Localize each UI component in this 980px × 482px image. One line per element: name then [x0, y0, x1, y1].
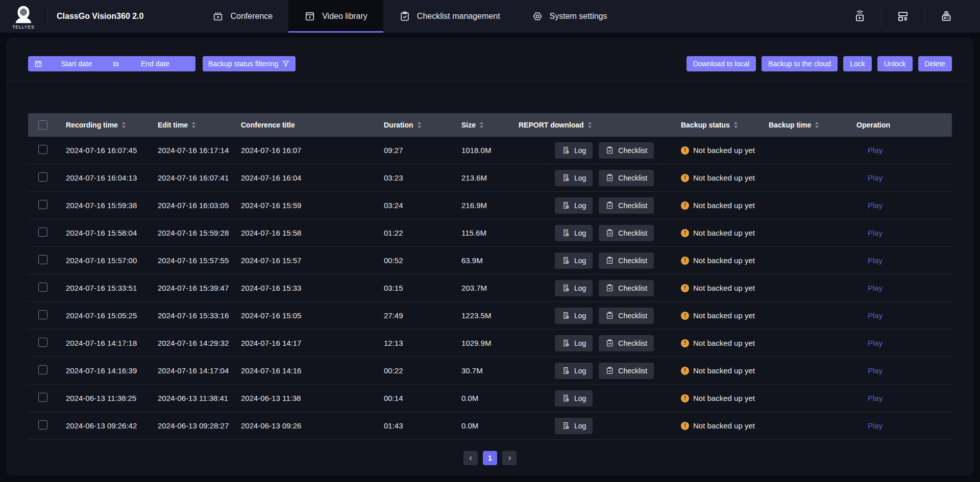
- col-recording-time[interactable]: Recording time: [54, 121, 145, 129]
- sort-icon[interactable]: [121, 121, 126, 129]
- col-backup-time[interactable]: Backup time: [756, 121, 844, 129]
- unlock-button[interactable]: Unlock: [877, 56, 913, 71]
- log-button[interactable]: Log: [555, 308, 593, 324]
- play-link[interactable]: Play: [868, 256, 883, 265]
- log-button[interactable]: Log: [555, 363, 593, 379]
- sort-icon[interactable]: [587, 121, 592, 129]
- cell-recording-time: 2024-06-13 11:38:25: [54, 394, 145, 402]
- log-button[interactable]: Log: [555, 390, 593, 407]
- col-duration[interactable]: Duration: [372, 121, 449, 129]
- download-to-local-button[interactable]: Download to local: [687, 56, 756, 71]
- checklist-button[interactable]: Checklist: [599, 308, 654, 324]
- tab-label: Video library: [322, 12, 368, 21]
- backup-status-text: Not backed up yet: [693, 201, 755, 210]
- checklist-button[interactable]: Checklist: [599, 225, 654, 241]
- row-checkbox[interactable]: [38, 338, 47, 347]
- log-button-label: Log: [574, 394, 586, 402]
- row-checkbox[interactable]: [38, 365, 47, 374]
- log-icon: [561, 366, 570, 375]
- tab-system-settings[interactable]: System settings: [516, 0, 623, 33]
- row-checkbox[interactable]: [38, 200, 47, 209]
- checklist-button[interactable]: Checklist: [599, 197, 654, 214]
- row-checkbox[interactable]: [38, 145, 47, 154]
- cell-report-download: Log: [506, 390, 669, 407]
- date-range-picker[interactable]: Start date to End date: [28, 56, 195, 71]
- checklist-button[interactable]: Checklist: [599, 142, 654, 159]
- log-button[interactable]: Log: [555, 280, 593, 296]
- warning-icon: !: [681, 312, 689, 320]
- cell-report-download: Log: [506, 418, 669, 434]
- recorder-device-icon[interactable]: [925, 10, 968, 23]
- checklist-button[interactable]: Checklist: [599, 280, 654, 296]
- col-backup-status[interactable]: Backup status: [669, 121, 756, 129]
- table-row: 2024-07-16 15:57:00 2024-07-16 15:57:55 …: [28, 247, 952, 274]
- play-link[interactable]: Play: [868, 229, 883, 237]
- backup-status-filter-button[interactable]: Backup status filtering: [203, 56, 296, 71]
- cell-size: 203.7M: [449, 284, 506, 292]
- tab-checklist-management[interactable]: Checklist management: [383, 0, 516, 33]
- row-checkbox[interactable]: [38, 227, 47, 237]
- row-checkbox[interactable]: [38, 255, 47, 264]
- checklist-button[interactable]: Checklist: [599, 363, 654, 379]
- cell-duration: 00:22: [372, 366, 449, 375]
- log-button[interactable]: Log: [555, 335, 593, 351]
- delete-button[interactable]: Delete: [918, 56, 952, 71]
- sort-icon[interactable]: [733, 121, 738, 129]
- sort-icon[interactable]: [417, 121, 422, 129]
- log-button-label: Log: [574, 146, 586, 155]
- log-button[interactable]: Log: [555, 170, 593, 186]
- log-button[interactable]: Log: [555, 142, 593, 159]
- col-size[interactable]: Size: [449, 121, 506, 129]
- table-row: 2024-07-16 15:05:25 2024-07-16 15:33:16 …: [28, 302, 952, 329]
- cast-icon[interactable]: [838, 10, 881, 23]
- play-link[interactable]: Play: [868, 173, 883, 182]
- checklist-icon: [605, 229, 614, 237]
- sort-icon[interactable]: [191, 121, 196, 129]
- play-link[interactable]: Play: [868, 284, 883, 292]
- play-link[interactable]: Play: [868, 366, 883, 375]
- play-link[interactable]: Play: [868, 311, 883, 320]
- col-report-download[interactable]: REPORT download: [506, 121, 669, 129]
- play-link[interactable]: Play: [868, 394, 883, 402]
- row-checkbox[interactable]: [38, 393, 47, 402]
- play-link[interactable]: Play: [868, 339, 883, 347]
- cell-duration: 03:24: [372, 201, 449, 210]
- play-link[interactable]: Play: [868, 146, 883, 155]
- tab-video-library[interactable]: Video library: [288, 0, 383, 33]
- row-checkbox[interactable]: [38, 420, 47, 429]
- col-edit-time[interactable]: Edit time: [145, 121, 229, 129]
- checklist-icon: [605, 311, 614, 320]
- select-all-checkbox[interactable]: [38, 120, 47, 130]
- warning-icon: !: [681, 229, 689, 237]
- prev-page-button[interactable]: [463, 451, 478, 465]
- checklist-icon: [605, 146, 614, 155]
- warning-icon: !: [681, 284, 689, 292]
- row-checkbox[interactable]: [38, 310, 47, 319]
- tab-label: Checklist management: [417, 12, 500, 21]
- cell-report-download: Log Checklist: [506, 170, 669, 186]
- cell-edit-time: 2024-07-16 15:33:16: [145, 311, 229, 320]
- funnel-icon: [282, 60, 290, 68]
- layout-icon[interactable]: [881, 10, 924, 23]
- log-button[interactable]: Log: [555, 197, 593, 214]
- backup-to-cloud-button[interactable]: Backup to the cloud: [762, 56, 838, 71]
- sort-icon[interactable]: [479, 121, 484, 129]
- play-link[interactable]: Play: [868, 421, 883, 430]
- checklist-button[interactable]: Checklist: [599, 170, 654, 186]
- row-checkbox[interactable]: [38, 283, 47, 292]
- page-number-button[interactable]: 1: [483, 451, 497, 465]
- log-button[interactable]: Log: [555, 418, 593, 434]
- row-checkbox[interactable]: [38, 172, 47, 182]
- checklist-button[interactable]: Checklist: [599, 335, 654, 351]
- lock-button[interactable]: Lock: [843, 56, 872, 71]
- tab-conference[interactable]: Conference: [197, 0, 288, 33]
- log-button[interactable]: Log: [555, 252, 593, 269]
- cell-size: 115.6M: [449, 229, 506, 237]
- play-link[interactable]: Play: [868, 201, 883, 210]
- checklist-button[interactable]: Checklist: [599, 252, 654, 269]
- checklist-icon: [605, 173, 614, 182]
- cell-size: 1029.9M: [449, 339, 506, 347]
- sort-icon[interactable]: [815, 121, 819, 129]
- log-button[interactable]: Log: [555, 225, 593, 241]
- next-page-button[interactable]: [502, 451, 517, 465]
